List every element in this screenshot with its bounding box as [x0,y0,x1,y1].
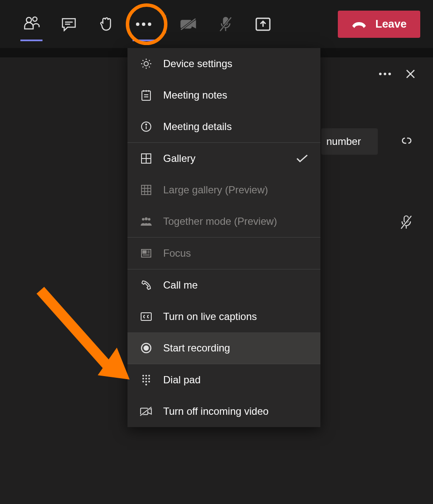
panel-close-button[interactable] [406,69,415,79]
menu-large-gallery: Large gallery (Preview) [127,174,320,206]
svg-point-59 [145,384,147,385]
svg-point-5 [142,23,145,26]
svg-point-41 [148,218,150,221]
video-off-icon [139,405,153,418]
svg-point-1 [33,17,37,21]
svg-point-50 [142,375,144,377]
gallery-icon [139,152,153,165]
leave-button[interactable]: Leave [338,11,420,38]
svg-point-57 [145,381,147,382]
menu-label: Turn on live captions [163,311,257,323]
svg-rect-43 [143,251,146,253]
toolbar-divider [166,15,166,34]
svg-point-24 [144,62,148,66]
svg-point-15 [379,73,382,75]
panel-more-button[interactable] [379,72,391,76]
menu-meeting-notes[interactable]: Meeting notes [127,79,320,111]
number-pill-label: number [326,136,361,147]
notes-icon [139,88,153,102]
menu-label: Device settings [163,58,232,70]
meeting-toolbar: Leave [0,0,433,48]
large-gallery-icon [139,183,153,197]
menu-label: Large gallery (Preview) [163,184,268,196]
svg-point-40 [145,218,148,221]
gear-icon [139,57,153,71]
number-pill[interactable]: number [321,128,378,155]
captions-icon [139,310,153,323]
menu-focus: Focus [127,238,320,269]
check-icon [296,154,308,163]
menu-label: Meeting details [163,121,232,133]
svg-point-17 [388,73,391,75]
menu-label: Turn off incoming video [163,405,269,417]
people-button[interactable] [13,0,50,48]
menu-together-mode: Together mode (Preview) [127,206,320,237]
menu-call-me[interactable]: Call me [127,269,320,301]
svg-point-53 [142,378,144,379]
svg-point-51 [145,375,147,377]
menu-label: Meeting notes [163,89,227,101]
svg-rect-25 [142,91,150,100]
menu-label: Call me [163,279,198,291]
more-actions-button[interactable] [125,0,162,48]
record-icon [139,341,153,355]
menu-label: Start recording [163,342,230,354]
svg-point-55 [148,378,150,379]
camera-off-button[interactable] [170,0,207,48]
menu-label: Gallery [163,153,195,164]
chat-button[interactable] [50,0,88,48]
more-actions-menu: Device settings Meeting notes Meeting de… [127,48,320,427]
menu-device-settings[interactable]: Device settings [127,48,320,79]
leave-label: Leave [375,17,407,31]
menu-start-recording[interactable]: Start recording [127,332,320,364]
menu-turn-off-incoming-video[interactable]: Turn off incoming video [127,396,320,427]
together-mode-icon [139,215,153,228]
share-button[interactable] [244,0,282,48]
participant-mic-muted-icon [400,215,413,230]
svg-rect-34 [142,185,151,195]
menu-gallery[interactable]: Gallery [127,143,320,174]
link-icon[interactable] [400,136,413,146]
svg-point-16 [384,73,386,75]
menu-label: Dial pad [163,374,201,386]
menu-label: Focus [163,247,191,259]
svg-point-0 [26,17,31,23]
menu-meeting-details[interactable]: Meeting details [127,111,320,142]
mic-off-button[interactable] [207,0,244,48]
info-icon [139,120,153,133]
menu-label: Together mode (Preview) [163,215,277,227]
focus-icon [139,246,153,260]
svg-point-54 [145,378,147,379]
svg-point-4 [136,23,139,26]
menu-live-captions[interactable]: Turn on live captions [127,301,320,332]
svg-rect-47 [141,313,151,320]
svg-point-56 [142,381,144,382]
svg-point-30 [146,124,147,125]
phone-icon [139,278,153,292]
raise-hand-button[interactable] [88,0,125,48]
menu-dial-pad[interactable]: Dial pad [127,364,320,396]
svg-point-52 [148,375,150,377]
dialpad-icon [139,373,153,387]
svg-point-49 [144,346,148,350]
hangup-icon [351,20,367,28]
svg-point-6 [148,23,151,26]
svg-point-39 [142,218,144,221]
svg-point-58 [148,381,150,382]
